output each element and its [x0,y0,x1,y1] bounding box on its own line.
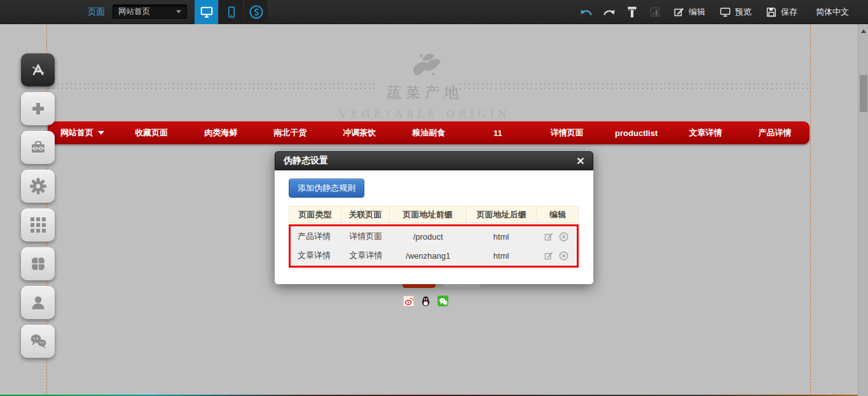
edit-row-icon[interactable] [544,251,553,260]
site-subtitle: VEGETABLE ORIGIN [266,108,584,120]
dialog-header[interactable]: 伪静态设置 × [275,151,593,170]
sidebar-item-toolbox[interactable] [21,131,55,164]
sidebar-item-add-module[interactable] [21,92,55,125]
close-icon[interactable]: × [577,154,584,167]
nav-item[interactable]: 粮油副食 [394,121,464,144]
add-rule-button[interactable]: 添加伪静态规则 [289,179,364,198]
main-nav: 网站首页 收藏页面 肉类海鲜 南北干货 冲调茶饮 粮油副食 11 详情页面 pr… [48,121,809,144]
nav-item[interactable]: 产品详情 [740,121,809,144]
delete-row-icon[interactable] [559,232,568,242]
desktop-icon [200,5,214,19]
preview-icon [719,6,731,18]
scroll-up-arrow-icon[interactable] [861,29,866,33]
sidebar-item-settings[interactable] [21,170,55,203]
undo-button[interactable] [580,7,593,17]
sidebar-item-module-library[interactable] [21,208,55,242]
cell-url-prefix: /product [390,232,466,242]
preview-label: 预览 [735,6,752,18]
page-menu-label[interactable]: 页面 [88,6,105,18]
language-switcher[interactable]: 简体中文 [816,6,849,18]
cell-linked-page: 详情页面 [342,231,390,242]
left-sidebar [21,53,55,358]
cell-url-suffix: html [466,251,537,261]
cell-url-suffix: html [466,232,537,242]
wechat-icon[interactable] [437,296,448,306]
cell-page-type: 产品详情 [291,231,342,242]
dialog-body: 添加伪静态规则 页面类型 关联页面 页面地址前缀 页面地址后缀 编辑 产品详情 … [275,170,593,284]
cell-page-type: 文章详情 [291,250,342,261]
edit-label: 编辑 [689,6,705,18]
edit-button[interactable]: 编辑 [673,6,705,18]
layout-guide-right [810,24,811,396]
highlighted-rows: 产品详情 详情页面 /product html [289,224,579,268]
edit-row-icon[interactable] [544,232,553,241]
nav-item[interactable]: productlist [602,121,671,144]
mobile-icon [225,5,238,19]
site-logo [266,51,584,80]
redo-button[interactable] [603,7,616,17]
plus-icon [29,100,47,118]
nav-item[interactable]: 冲调茶饮 [325,121,394,144]
nav-item[interactable]: 南北干货 [256,121,325,144]
cell-actions [537,251,577,261]
sidebar-item-member[interactable] [21,286,55,319]
nav-item[interactable]: 收藏页面 [117,121,186,144]
dialog-title: 伪静态设置 [284,155,328,167]
nav-item[interactable]: 详情页面 [532,121,602,144]
redo-icon [603,7,616,17]
scrollbar-thumb[interactable] [860,75,867,112]
stats-button[interactable] [649,6,661,18]
edit-icon [673,6,685,18]
save-icon [766,6,777,18]
sidebar-item-plugins[interactable] [21,247,55,280]
gear-icon [29,177,48,196]
sync-icon [249,4,264,20]
table-row: 产品详情 详情页面 /product html [291,227,577,246]
design-tools-icon [29,61,47,79]
sidebar-item-design-tools[interactable] [21,53,55,86]
table-row: 文章详情 文章详情 /wenzhang1 html [291,246,577,265]
site-title: 蔬菜产地 [266,83,584,102]
nav-item[interactable]: 11 [463,121,532,144]
cell-url-prefix: /wenzhang1 [390,251,466,261]
cell-actions [537,232,577,242]
save-button[interactable]: 保存 [766,6,797,18]
chevron-down-icon [176,10,181,13]
table-header-cell: 关联页面 [341,207,390,222]
clover-icon [29,255,47,273]
toolbox-icon [29,139,47,156]
table-header-cell: 页面地址后缀 [466,207,537,222]
page-select[interactable]: 网站首页 [113,4,187,19]
rules-table: 页面类型 关联页面 页面地址前缀 页面地址后缀 编辑 产品详情 详情页面 /pr… [289,206,579,268]
grid-icon [31,217,46,233]
chevron-down-icon [98,131,104,135]
ruler-icon [626,5,638,19]
preview-button[interactable]: 预览 [719,6,752,18]
table-header-row: 页面类型 关联页面 页面地址前缀 页面地址后缀 编辑 [289,206,579,223]
person-icon [29,294,47,311]
chat-bubbles-icon [29,332,48,350]
sync-view-button[interactable] [244,0,268,24]
mobile-view-button[interactable] [219,0,243,24]
undo-icon [580,7,593,17]
nav-item-home[interactable]: 网站首页 [48,121,117,144]
stats-icon [649,6,661,18]
save-label: 保存 [781,6,797,18]
pseudo-static-dialog: 伪静态设置 × 添加伪静态规则 页面类型 关联页面 页面地址前缀 页面地址后缀 … [275,151,593,284]
sidebar-item-wechat[interactable] [21,325,55,358]
scrollbar[interactable] [858,24,868,396]
desktop-view-button[interactable] [195,0,218,24]
delete-row-icon[interactable] [559,251,568,261]
table-header-cell: 页面地址前缀 [390,207,466,222]
page-select-value: 网站首页 [118,6,150,17]
nav-item[interactable]: 肉类海鲜 [186,121,256,144]
qq-icon[interactable] [420,296,431,306]
top-toolbar: 页面 网站首页 [0,0,868,24]
weibo-icon[interactable] [403,296,414,306]
toolbar-left: 页面 网站首页 [0,0,269,24]
ruler-button[interactable] [626,5,638,19]
editor-canvas: 页面 网站首页 [0,0,868,396]
toolbar-right: 编辑 预览 保存 [575,0,868,24]
nav-item[interactable]: 文章详情 [671,121,740,144]
social-login-row [403,296,448,306]
